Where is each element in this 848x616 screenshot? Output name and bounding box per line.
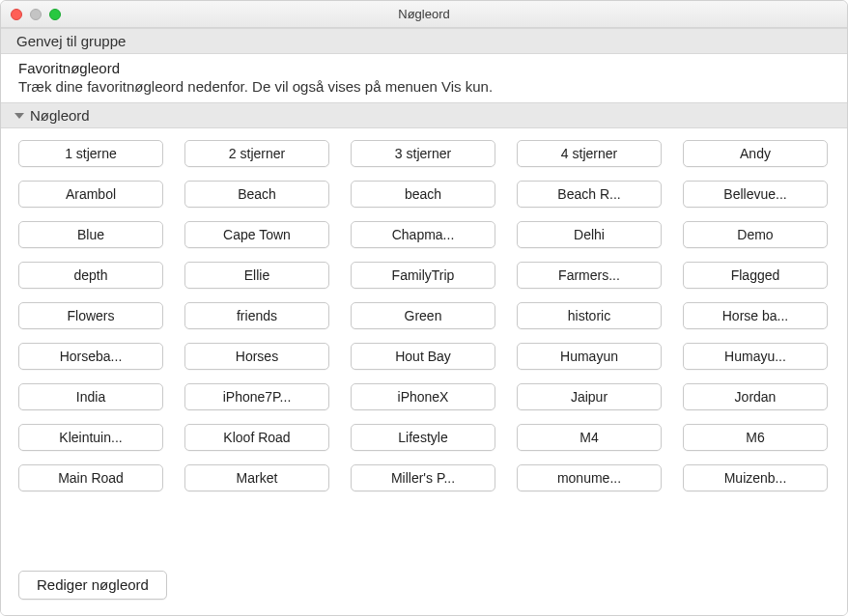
favorites-description: Træk dine favoritnøgleord nedenfor. De v…	[18, 78, 830, 95]
keyword-button[interactable]: Flowers	[18, 302, 163, 329]
group-shortcut-header: Genvej til gruppe	[1, 28, 847, 54]
keyword-button[interactable]: friends	[184, 302, 329, 329]
keyword-button[interactable]: Cape Town	[184, 221, 329, 248]
keyword-button[interactable]: Horseba...	[18, 343, 163, 370]
keyword-button[interactable]: Chapma...	[351, 221, 495, 248]
keyword-button[interactable]: Beach R...	[517, 181, 662, 208]
keyword-button[interactable]: Farmers...	[517, 262, 662, 289]
keyword-button[interactable]: monume...	[517, 464, 662, 491]
keyword-button[interactable]: Andy	[683, 140, 828, 167]
keyword-button[interactable]: historic	[517, 302, 662, 329]
keyword-button[interactable]: iPhoneX	[351, 383, 495, 410]
favorites-title: Favoritnøgleord	[18, 60, 830, 76]
keyword-button[interactable]: Market	[184, 464, 329, 491]
keyword-button[interactable]: Hout Bay	[351, 343, 495, 370]
keyword-button[interactable]: beach	[351, 181, 495, 208]
keyword-button[interactable]: Humayun	[517, 343, 662, 370]
window-titlebar: Nøgleord	[1, 1, 847, 28]
keyword-button[interactable]: Horse ba...	[683, 302, 828, 329]
keyword-button[interactable]: depth	[18, 262, 163, 289]
keyword-button[interactable]: Jordan	[683, 383, 828, 410]
favorites-section: Favoritnøgleord Træk dine favoritnøgleor…	[1, 54, 847, 102]
keyword-button[interactable]: iPhone7P...	[184, 383, 329, 410]
keyword-button[interactable]: Kloof Road	[184, 424, 329, 451]
keyword-button[interactable]: Lifestyle	[351, 424, 495, 451]
keyword-button[interactable]: Horses	[184, 343, 329, 370]
keyword-button[interactable]: Muizenb...	[683, 464, 828, 491]
keyword-button[interactable]: Beach	[184, 181, 329, 208]
keywords-section-label: Nøgleord	[30, 107, 90, 124]
minimize-button[interactable]	[30, 9, 42, 20]
edit-keywords-button[interactable]: Rediger nøgleord	[18, 571, 167, 600]
keyword-grid: 1 stjerne2 stjerner3 stjerner4 stjernerA…	[18, 140, 830, 491]
keyword-button[interactable]: Demo	[683, 221, 828, 248]
keyword-button[interactable]: Green	[351, 302, 495, 329]
keywords-section-header[interactable]: Nøgleord	[1, 102, 847, 128]
chevron-down-icon	[14, 113, 24, 119]
keyword-button[interactable]: India	[18, 383, 163, 410]
keyword-button[interactable]: Ellie	[184, 262, 329, 289]
keyword-button[interactable]: M4	[517, 424, 662, 451]
close-button[interactable]	[11, 9, 22, 20]
traffic-lights	[1, 9, 61, 20]
keyword-button[interactable]: Miller's P...	[351, 464, 495, 491]
window-title: Nøgleord	[1, 7, 847, 21]
keyword-button[interactable]: 4 stjerner	[517, 140, 662, 167]
fullscreen-button[interactable]	[49, 9, 61, 20]
keyword-button[interactable]: Humayu...	[683, 343, 828, 370]
keyword-button[interactable]: Arambol	[18, 181, 163, 208]
keywords-container: 1 stjerne2 stjerner3 stjerner4 stjernerA…	[1, 128, 847, 559]
keyword-button[interactable]: M6	[683, 424, 828, 451]
footer: Rediger nøgleord	[1, 559, 847, 615]
keyword-button[interactable]: Flagged	[683, 262, 828, 289]
keyword-button[interactable]: Bellevue...	[683, 181, 828, 208]
keyword-button[interactable]: Kleintuin...	[18, 424, 163, 451]
keyword-button[interactable]: Blue	[18, 221, 163, 248]
keyword-button[interactable]: 1 stjerne	[18, 140, 163, 167]
keyword-button[interactable]: Delhi	[517, 221, 662, 248]
keyword-button[interactable]: 3 stjerner	[351, 140, 495, 167]
keyword-button[interactable]: 2 stjerner	[184, 140, 329, 167]
keyword-button[interactable]: Jaipur	[517, 383, 662, 410]
keyword-button[interactable]: FamilyTrip	[351, 262, 495, 289]
keyword-button[interactable]: Main Road	[18, 464, 163, 491]
